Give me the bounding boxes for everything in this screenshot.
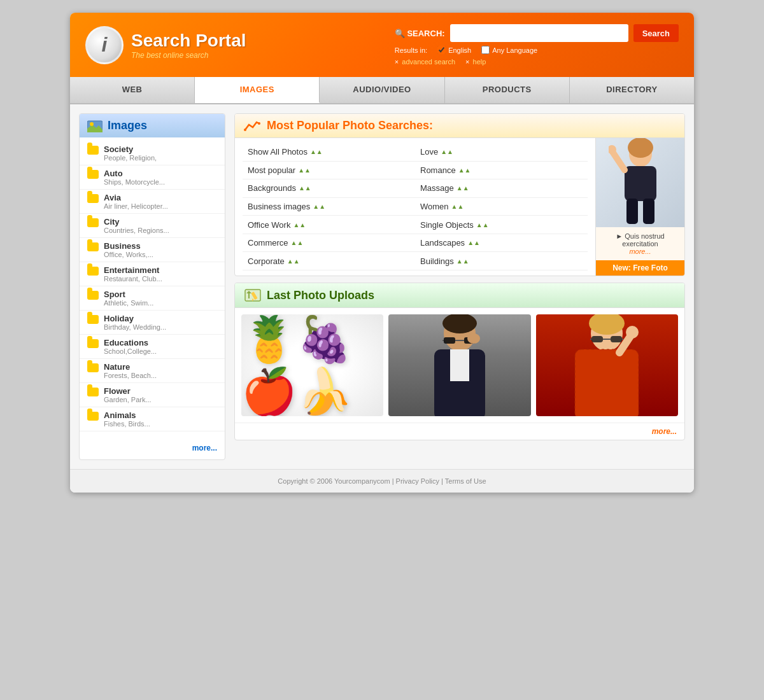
arrow-icon: ▲▲ [441,148,453,155]
footer-text: Copyright © 2006 Yourcompanycom | Privac… [278,477,486,485]
sidebar-more-link[interactable]: more... [192,444,217,452]
arrow-icon: ▲▲ [293,221,306,228]
svg-point-3 [244,129,246,131]
list-item[interactable]: City Countries, Regions... [80,214,225,238]
search-row: 🔍 SEARCH: Search [395,24,679,42]
upload-photo-fruit[interactable]: 🍍🍇🍎🍌 [241,314,383,416]
english-option[interactable]: English [437,46,471,54]
item-title: Sport [104,290,153,299]
search-input[interactable] [450,24,628,42]
right-content: Most Popular Photo Searches: Show All Ph… [234,113,685,460]
arrow-icon: ▲▲ [451,203,464,210]
popular-link-item[interactable]: Most popular ▲▲ [243,162,415,180]
svg-rect-20 [450,349,469,381]
images-icon [87,120,103,132]
folder-icon [87,218,99,227]
list-item[interactable]: Animals Fishes, Birds... [80,407,225,431]
search-button[interactable]: Search [633,24,679,42]
popular-link-item[interactable]: Backgrounds ▲▲ [243,179,415,198]
popular-link-item[interactable]: Landscapes ▲▲ [415,234,588,253]
list-item[interactable]: Entertainment Restaurant, Club... [80,262,225,286]
any-language-checkbox[interactable] [481,46,490,54]
popular-link-item[interactable]: Women ▲▲ [415,198,588,216]
item-title: Auto [104,169,165,178]
tab-directory[interactable]: DIRECTORY [570,77,694,103]
tab-images[interactable]: IMAGES [195,77,320,103]
item-sub: School,College... [104,347,157,355]
item-title: Nature [104,362,157,372]
search-links: × advanced search × help [395,58,486,66]
search-options: Results in: English Any Language [395,46,537,54]
list-item[interactable]: Educations School,College... [80,335,225,359]
ad-more-link[interactable]: more... [629,248,651,255]
popular-link-item[interactable]: Romance ▲▲ [415,162,588,180]
ad-description: ► [616,232,625,240]
upload-photo-man[interactable] [388,314,530,416]
sidebar-title: Images [108,119,147,132]
list-item[interactable]: Business Office, Works,... [80,238,225,262]
list-item[interactable]: Society People, Religion, [80,141,225,165]
list-item[interactable]: Flower Garden, Park... [80,383,225,407]
advanced-search-link[interactable]: advanced search [402,58,455,66]
english-checkbox[interactable] [437,46,446,54]
ad-banner: New: Free Foto [596,260,684,276]
folder-icon [87,363,99,372]
main-content: Images Society People, Religion, Auto Sh… [70,104,694,469]
folder-icon [87,339,99,348]
popular-link-item[interactable]: Business images ▲▲ [243,198,415,216]
tab-audio-video[interactable]: AUDIO/VIDEO [320,77,444,103]
svg-rect-10 [626,199,638,224]
uploads-more-link[interactable]: more... [652,427,677,436]
popular-link-item[interactable]: Commerce ▲▲ [243,234,415,253]
popular-link-item[interactable]: Corporate ▲▲ [243,252,415,270]
any-language-label: Any Language [492,46,537,54]
search-label: 🔍 SEARCH: [395,29,445,38]
item-sub: People, Religion, [104,154,157,162]
popular-link-item[interactable]: Massage ▲▲ [415,179,588,198]
folder-icon [87,412,99,421]
item-sub: Ships, Motorcycle... [104,178,165,186]
sidebar: Images Society People, Religion, Auto Sh… [79,113,225,460]
svg-point-37 [626,326,639,339]
popular-section: Most Popular Photo Searches: Show All Ph… [234,113,685,276]
popular-link-item[interactable]: Show All Photos ▲▲ [243,143,415,162]
item-title: Educations [104,338,157,347]
uploads-header: Last Photo Uploads [235,283,684,308]
popular-links-grid: Show All Photos ▲▲ Love ▲▲ Most popular … [235,138,595,276]
upload-photo-woman[interactable] [536,314,678,416]
nav-tabs: WEB IMAGES AUDIO/VIDEO PRODUCTS DIRECTOR… [70,77,694,104]
svg-rect-32 [611,336,622,342]
svg-rect-21 [444,337,455,344]
uploads-section: Last Photo Uploads 🍍🍇🍎🍌 [234,283,685,440]
results-in-label: Results in: [395,46,427,54]
item-sub: Countries, Regions... [104,227,169,234]
svg-point-4 [258,122,260,125]
list-item[interactable]: Holiday Birthday, Wedding... [80,311,225,335]
item-title: Flower [104,386,152,396]
popular-link-item[interactable]: Buildings ▲▲ [415,252,588,270]
help-link[interactable]: help [473,58,486,66]
list-item[interactable]: Nature Forests, Beach... [80,359,225,383]
header-logo: i Search Portal The best online search [85,26,246,64]
tab-products[interactable]: PRODUCTS [445,77,570,103]
list-item[interactable]: Auto Ships, Motorcycle... [80,165,225,190]
tab-web[interactable]: WEB [70,77,195,103]
item-sub: Garden, Park... [104,396,152,403]
any-language-option[interactable]: Any Language [481,46,537,54]
english-label: English [448,46,471,54]
item-title: Holiday [104,314,166,323]
svg-line-8 [612,151,625,170]
uploads-footer: more... [235,423,684,440]
logo-text: Search Portal The best online search [131,31,246,60]
sidebar-items: Society People, Religion, Auto Ships, Mo… [80,137,225,435]
ad-image [596,138,684,227]
folder-icon [87,194,99,203]
popular-link-item[interactable]: Single Objects ▲▲ [415,216,588,234]
popular-link-item[interactable]: Office Work ▲▲ [243,216,415,234]
list-item[interactable]: Sport Athletic, Swim... [80,286,225,311]
svg-point-2 [90,122,94,126]
item-title: Society [104,144,157,154]
header: i Search Portal The best online search 🔍… [70,13,694,77]
list-item[interactable]: Avia Air liner, Helicopter... [80,190,225,214]
popular-link-item[interactable]: Love ▲▲ [415,143,588,162]
